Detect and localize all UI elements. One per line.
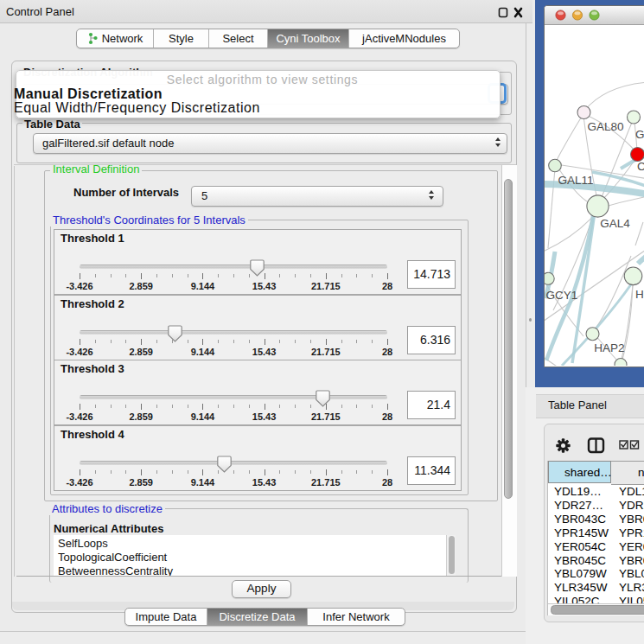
svg-text:HAP2: HAP2	[594, 341, 624, 354]
svg-text:GAL1: GAL1	[635, 128, 644, 141]
svg-text:GCY1: GCY1	[546, 289, 578, 302]
svg-text:GAL80: GAL80	[587, 120, 623, 133]
svg-text:HIS: HIS	[635, 288, 644, 301]
svg-text:CYC: CYC	[637, 160, 644, 173]
svg-text:GAL11: GAL11	[558, 174, 593, 187]
svg-text:GAL4: GAL4	[600, 217, 630, 230]
